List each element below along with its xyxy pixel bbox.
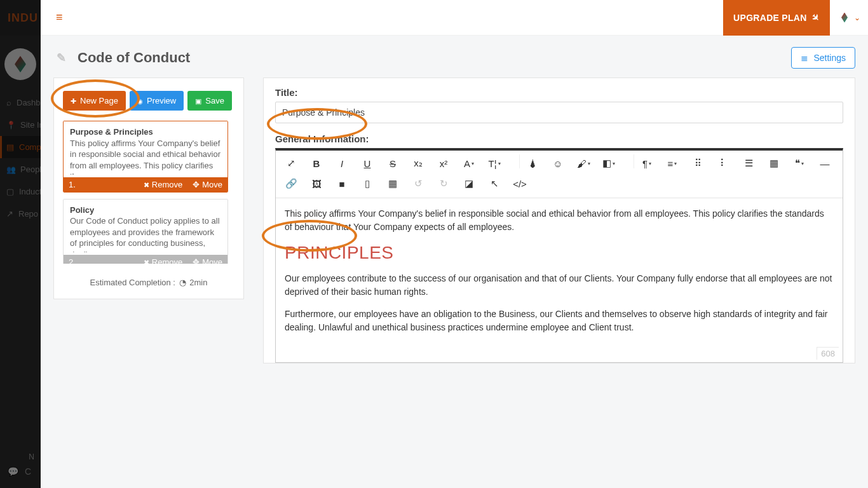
page-card-number: 1. [64, 177, 139, 192]
toolbar-button[interactable]: ■ [329, 175, 355, 193]
settings-button[interactable]: Settings [791, 47, 855, 69]
save-button[interactable]: Save [187, 91, 232, 111]
toolbar-button[interactable]: ⠿ [685, 154, 710, 172]
toolbar-button[interactable]: ▯ [355, 175, 380, 193]
toolbar-button[interactable]: 🖌▾ [571, 154, 596, 172]
general-info-label: General Information: [275, 133, 843, 144]
toolbar-button[interactable]: 🖼 [304, 175, 329, 193]
preview-label: Preview [147, 96, 176, 105]
toolbar-button[interactable]: ◧▾ [596, 154, 621, 172]
new-page-label: New Page [80, 96, 118, 105]
settings-icon [801, 53, 808, 63]
page-title: Code of Conduct [78, 50, 190, 66]
edit-icon [53, 50, 69, 65]
toolbar-button [507, 154, 520, 168]
editor-body[interactable]: This policy affirms Your Company's belie… [276, 198, 843, 362]
new-page-button[interactable]: New Page [63, 91, 126, 111]
char-count: 608 [817, 347, 839, 360]
preview-button[interactable]: Preview [130, 91, 184, 111]
move-button[interactable]: Move [187, 255, 227, 264]
page-card-number: 2. [64, 255, 139, 264]
upgrade-label: UPGRADE PLAN [733, 13, 807, 23]
page-card-desc: This policy affirms Your Company's belie… [70, 138, 221, 175]
toolbar-button[interactable]: 🌢 [520, 154, 545, 172]
move-button[interactable]: Move [187, 177, 227, 192]
sidebar-overlay [0, 0, 41, 488]
move-icon [193, 180, 200, 189]
clock-icon [179, 278, 186, 287]
upgrade-plan-button[interactable]: UPGRADE PLAN [723, 0, 830, 36]
main-content: Code of Conduct Settings New Page Previe… [41, 36, 868, 488]
toolbar-button[interactable]: ↺ [405, 175, 431, 193]
page-card[interactable]: PolicyOur Code of Conduct policy applies… [63, 199, 228, 264]
toolbar-button[interactable]: — [812, 154, 837, 172]
page-card[interactable]: Purpose & PrinciplesThis policy affirms … [63, 121, 228, 193]
plane-icon [812, 13, 820, 23]
toolbar-button[interactable]: ▦ [761, 154, 787, 172]
save-label: Save [205, 96, 224, 105]
plus-icon [71, 96, 76, 105]
editor-paragraph: Furthermore, our employees have an oblig… [285, 308, 834, 334]
toolbar-button[interactable]: ▦ [380, 175, 405, 193]
toolbar-button[interactable]: ⤢ [278, 154, 304, 172]
eye-icon [137, 96, 143, 105]
remove-button[interactable]: Remove [139, 255, 187, 264]
pages-panel: New Page Preview Save Purpose & Principl… [53, 78, 244, 299]
settings-label: Settings [813, 53, 846, 63]
toolbar-button[interactable]: ❝▾ [787, 154, 812, 172]
toolbar-button[interactable]: B [304, 154, 329, 172]
topbar: UPGRADE PLAN ⌄ [41, 0, 868, 36]
page-heading: Code of Conduct [53, 50, 190, 66]
page-card-title: Purpose & Principles [70, 126, 221, 138]
toolbar-button[interactable]: ☰ [736, 154, 761, 172]
toolbar-button[interactable]: ↻ [431, 175, 456, 193]
toolbar-button[interactable]: T¦▾ [482, 154, 507, 172]
toolbar-button[interactable]: S [380, 154, 405, 172]
editor-paragraph: This policy affirms Your Company's belie… [285, 207, 834, 234]
page-card-desc: Our Code of Conduct policy applies to al… [70, 215, 221, 252]
remove-button[interactable]: Remove [139, 177, 187, 192]
title-label: Title: [275, 87, 843, 98]
page-list[interactable]: Purpose & PrinciplesThis policy affirms … [63, 121, 234, 264]
toolbar-button[interactable]: 🔗 [278, 175, 304, 193]
editor-heading: PRINCIPLES [285, 243, 834, 263]
title-input[interactable] [275, 102, 843, 123]
toolbar-button[interactable]: ⠇ [710, 154, 736, 172]
toolbar-button[interactable]: U [355, 154, 380, 172]
toolbar-button[interactable]: ☺ [545, 154, 571, 172]
toolbar-button[interactable]: ≡▾ [660, 154, 685, 172]
editor-paragraph: Our employees contribute to the success … [285, 272, 834, 299]
toolbar-button[interactable]: A▾ [456, 154, 482, 172]
page-card-title: Policy [70, 205, 221, 216]
rich-text-editor: ⤢BIUSx₂x²A▾T¦▾🌢☺🖌▾◧▾¶▾≡▾⠿⠇☰▦❝▾—🔗🖼■▯▦↺↻◪↖… [275, 148, 843, 363]
toolbar-button[interactable]: I [329, 154, 355, 172]
toolbar-button[interactable]: ◪ [456, 175, 482, 193]
toolbar-button[interactable]: ↖ [482, 175, 507, 193]
editor-panel: Title: General Information: ⤢BIUSx₂x²A▾T… [263, 78, 855, 363]
x-icon [144, 257, 149, 264]
toolbar-button[interactable]: x² [431, 154, 456, 172]
toolbar-button[interactable]: </> [507, 175, 532, 193]
x-icon [144, 180, 149, 189]
chevron-down-icon: ⌄ [854, 13, 860, 22]
editor-toolbar: ⤢BIUSx₂x²A▾T¦▾🌢☺🖌▾◧▾¶▾≡▾⠿⠇☰▦❝▾—🔗🖼■▯▦↺↻◪↖… [276, 151, 843, 198]
account-menu[interactable]: ⌄ [830, 0, 868, 36]
menu-toggle-icon[interactable] [56, 11, 63, 24]
toolbar-button[interactable]: x₂ [405, 154, 431, 172]
toolbar-button [621, 154, 634, 168]
toolbar-button[interactable]: ¶▾ [634, 154, 660, 172]
estimated-completion: Estimated Completion : 2min [63, 275, 234, 287]
save-icon [195, 96, 201, 105]
move-icon [193, 257, 200, 264]
